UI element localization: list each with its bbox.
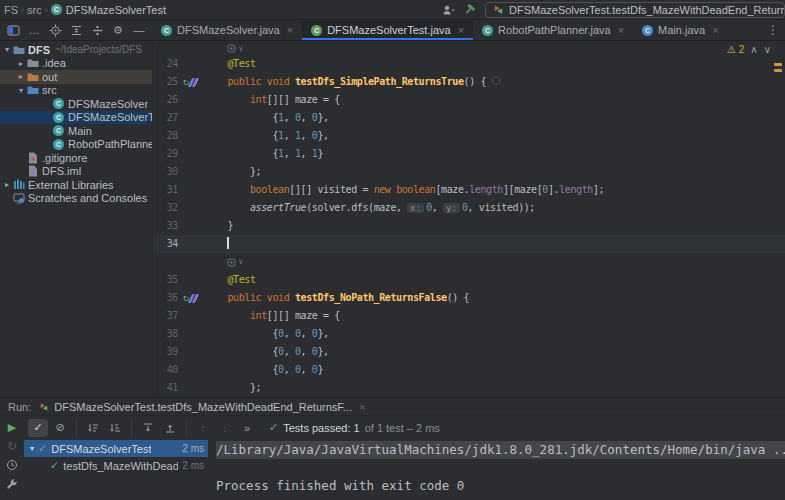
inspections-widget[interactable]: ⚠ 2 ∧ ∨ — [727, 44, 771, 55]
gutter-icons: ↻ — [183, 289, 205, 307]
locate-file-icon[interactable] — [48, 23, 62, 37]
chevron-right-icon[interactable]: ▸ — [16, 72, 26, 81]
code-line[interactable]: 24 @Test — [153, 55, 785, 73]
tree-item--idea[interactable]: ▸.idea — [0, 57, 152, 71]
tree-item-dfsmazesolver[interactable]: CDFSMazeSolver — [0, 97, 152, 111]
scrollbar-warning-mark[interactable] — [774, 63, 782, 66]
tree-item-robotpathplanner[interactable]: CRobotPathPlanner — [0, 138, 152, 152]
code-line[interactable]: 40 {0, 0, 0} — [153, 361, 785, 379]
code-editor[interactable]: ∨24 @Test25↻ public void testDfs_SimpleP… — [152, 41, 785, 397]
run-configuration-select[interactable]: DFSMazeSolverTest.testDfs_MazeWithDeadEn… — [485, 2, 785, 18]
build-hammer-icon[interactable] — [463, 3, 477, 17]
iml-file-icon — [26, 165, 39, 177]
console-line[interactable] — [216, 459, 785, 477]
code-vision-inlay-icon[interactable]: ∨ — [227, 44, 242, 54]
expand-all-icon[interactable] — [138, 419, 158, 437]
code-vision-inlay-icon[interactable]: ∨ — [227, 253, 242, 271]
tree-item-external-libraries[interactable]: ▸External Libraries — [0, 178, 152, 192]
chevron-right-icon[interactable]: ▸ — [2, 180, 12, 189]
run-console[interactable]: /Library/Java/JavaVirtualMachines/jdk1.8… — [208, 439, 785, 499]
test-result-dfsmazesolvertest[interactable]: ▾✓DFSMazeSolverTest2 ms — [24, 440, 208, 457]
tree-item-out[interactable]: ▸out — [0, 70, 152, 84]
close-icon[interactable]: × — [618, 24, 624, 36]
code-line[interactable]: 41 }; — [153, 379, 785, 397]
tree-item-label: Scratches and Consoles — [28, 192, 147, 204]
close-icon[interactable]: × — [287, 24, 293, 36]
code-line[interactable]: 32 assertTrue(solver.dfs(maze, x:0, y:0,… — [153, 199, 785, 217]
code-line[interactable]: 26 int[][] maze = { — [153, 91, 785, 109]
rerun-button[interactable]: ▶ — [4, 420, 20, 434]
show-passed-icon[interactable]: ✓ — [28, 419, 48, 437]
breadcrumb-item[interactable]: FS — [4, 4, 18, 16]
compact-view-icon[interactable] — [90, 23, 104, 37]
collapse-all-icon[interactable] — [160, 419, 180, 437]
coverage-icon[interactable] — [190, 78, 197, 87]
tree-item-src[interactable]: ▾src — [0, 84, 152, 98]
code-line[interactable]: 38 {0, 0, 0}, — [153, 325, 785, 343]
test-history-icon[interactable] — [4, 458, 20, 472]
sort-alphabetically-icon[interactable] — [83, 419, 103, 437]
sort-by-duration-icon[interactable] — [105, 419, 125, 437]
code-line[interactable]: 29 {1, 1, 1} — [153, 145, 785, 163]
code-line[interactable]: 36↻ public void testDfs_NoPath_ReturnsFa… — [153, 289, 785, 307]
chevron-down-icon[interactable]: ▾ — [2, 45, 12, 54]
run-test-icon[interactable]: ↻ — [183, 289, 189, 307]
hide-panel-icon[interactable]: — — [132, 23, 146, 37]
tree-item-dfsmazesolvertes[interactable]: CDFSMazeSolverTes — [0, 111, 152, 125]
tab-dfsmazesolvertest-java[interactable]: CDFSMazeSolverTest.java× — [302, 20, 473, 40]
tab-options-icon[interactable]: ⋮ — [767, 23, 779, 37]
code-line[interactable]: 35 @Test — [153, 271, 785, 289]
project-folder-icon — [12, 45, 25, 55]
settings-gear-icon[interactable]: ⚙ — [111, 23, 125, 37]
code-line[interactable]: 28 {1, 1, 0}, — [153, 127, 785, 145]
tree-item-scratches-and-consoles[interactable]: Scratches and Consoles — [0, 192, 152, 206]
tab-main-java[interactable]: CMain.java× — [633, 20, 728, 40]
breadcrumb-item[interactable]: src — [27, 4, 42, 16]
run-test-icon[interactable]: ↻ — [183, 73, 189, 91]
more-toolbar-icon[interactable]: » — [237, 419, 257, 437]
show-ignored-icon[interactable]: ⊘ — [50, 419, 70, 437]
code-line[interactable]: 25↻ public void testDfs_SimplePath_Retur… — [153, 73, 785, 91]
wrench-icon[interactable] — [4, 477, 20, 491]
tab-dfsmazesolver-java[interactable]: CDFSMazeSolver.java× — [152, 20, 302, 40]
chevron-down-icon[interactable]: ▾ — [16, 86, 26, 95]
close-icon[interactable]: × — [712, 24, 718, 36]
code-line[interactable]: 34 — [153, 235, 785, 253]
tree-item-dfs-iml[interactable]: DFS.iml — [0, 165, 152, 179]
code-line[interactable]: ∨ — [153, 253, 785, 271]
run-tab[interactable]: DFSMazeSolverTest.testDfs_MazeWithDeadEn… — [39, 401, 365, 413]
breadcrumb[interactable]: FS›src›CDFSMazeSolverTest — [4, 4, 166, 16]
chevron-right-icon[interactable]: ▸ — [16, 59, 26, 68]
code-line[interactable]: ∨ — [153, 41, 785, 55]
code-line[interactable]: 33 } — [153, 217, 785, 235]
console-line[interactable]: /Library/Java/JavaVirtualMachines/jdk1.8… — [216, 441, 785, 459]
prev-problem-icon[interactable]: ∧ — [750, 44, 757, 55]
close-icon[interactable]: × — [359, 401, 365, 413]
project-view-icon[interactable] — [6, 23, 20, 37]
test-result-testdfs_mazewithdeadend_r[interactable]: ✓testDfs_MazeWithDeadEnd_R2 ms — [24, 457, 208, 474]
token: }, — [317, 346, 328, 357]
tree-item-main[interactable]: CMain — [0, 124, 152, 138]
class-icon: C — [51, 4, 62, 15]
code-line[interactable]: 27 {1, 0, 0}, — [153, 109, 785, 127]
more-options-icon[interactable]: … — [27, 23, 41, 37]
user-dropdown-icon[interactable] — [441, 3, 455, 17]
next-problem-icon[interactable]: ∨ — [764, 44, 771, 55]
tree-item--gitignore[interactable]: .gitignore — [0, 151, 152, 165]
code-line[interactable]: 37 int[][] maze = { — [153, 307, 785, 325]
previous-failed-icon[interactable]: ↑ — [193, 419, 213, 437]
breadcrumb-item[interactable]: CDFSMazeSolverTest — [51, 4, 166, 16]
code-line[interactable]: 39 {0, 0, 0}, — [153, 343, 785, 361]
scrollbar-warning-mark[interactable] — [774, 69, 782, 72]
code-line[interactable]: 31 boolean[][] visited = new boolean[maz… — [153, 181, 785, 199]
next-failed-icon[interactable]: ↓ — [215, 419, 235, 437]
rerun-failed-icon[interactable]: ↻ — [4, 439, 20, 453]
coverage-icon[interactable] — [190, 294, 197, 303]
tab-robotpathplanner-java[interactable]: CRobotPathPlanner.java× — [473, 20, 633, 40]
code-line[interactable]: 30 }; — [153, 163, 785, 181]
tree-item-dfs[interactable]: ▾DFS~/IdeaProjects/DFS — [0, 43, 152, 57]
collapse-all-icon[interactable] — [69, 23, 83, 37]
chevron-down-icon[interactable]: ▾ — [26, 444, 38, 453]
console-line[interactable]: Process finished with exit code 0 — [216, 477, 785, 495]
close-icon[interactable]: × — [458, 24, 464, 36]
